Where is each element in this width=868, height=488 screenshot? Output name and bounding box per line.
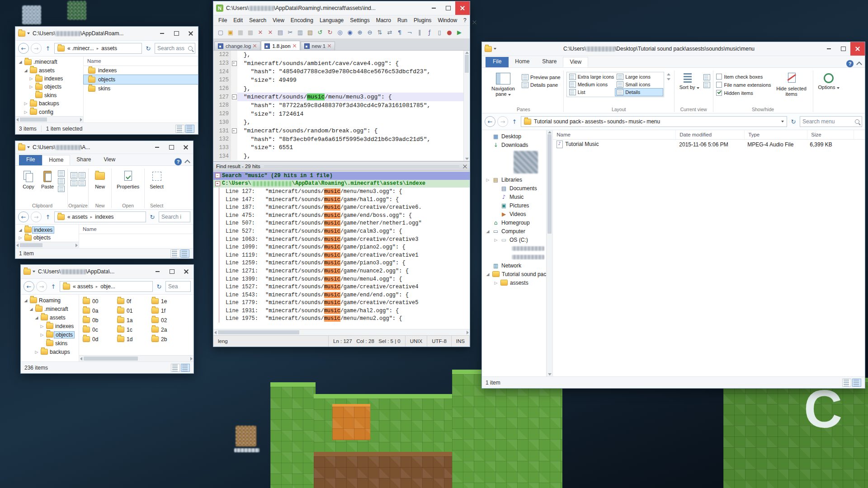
minimize-button[interactable] (155, 27, 169, 40)
folder-item[interactable]: 1f (151, 306, 186, 315)
expander-icon[interactable]: ▷ (40, 324, 44, 328)
ribbon-tab[interactable]: Home (42, 155, 70, 165)
menu-item[interactable]: ? (460, 16, 470, 24)
delete-icon[interactable] (71, 180, 77, 186)
new-file-icon[interactable]: ▢ (216, 28, 225, 37)
indent-guide-icon[interactable]: ∥ (415, 28, 424, 37)
sync-scroll-v-icon[interactable]: ⇅ (375, 28, 384, 37)
nav-vertical-scrollbar[interactable] (546, 130, 552, 376)
breadcrumb[interactable]: music (627, 118, 643, 125)
find-result-line[interactable]: Line 1259: "minecraft/sounds/music/game/… (219, 259, 470, 267)
function-list-icon[interactable]: ƒ (425, 28, 434, 37)
menu-item[interactable]: Settings (347, 16, 373, 24)
folder-item[interactable]: 1d (117, 334, 151, 344)
search-input[interactable]: Search i (159, 211, 190, 222)
editor-line[interactable]: 123 "minecraft/sounds/ambient/cave/cave4… (213, 59, 463, 68)
up-button[interactable]: ↑ (43, 44, 52, 53)
find-result-line[interactable]: Line 475: "minecraft/sounds/music/game/e… (219, 211, 470, 220)
save-all-icon[interactable]: ▩ (246, 28, 255, 37)
panel-grip[interactable] (264, 165, 459, 168)
horizontal-scrollbar[interactable] (79, 355, 193, 361)
close-button[interactable] (455, 1, 470, 15)
close-all-icon[interactable]: ✕ (266, 28, 275, 37)
editor-line[interactable]: 131 "minecraft/sounds/random/break.ogg":… (213, 127, 463, 135)
collapse-icon[interactable] (215, 181, 220, 186)
tree-item[interactable]: ◢ .minecraft (21, 305, 79, 313)
breadcrumb[interactable]: obje... (99, 283, 116, 290)
breadcrumb[interactable]: sounds (606, 118, 626, 125)
save-icon[interactable]: ▦ (236, 28, 245, 37)
checkbox-icon[interactable] (716, 90, 722, 96)
ribbon-tab[interactable]: View (563, 57, 588, 67)
copy-path-icon[interactable] (58, 178, 65, 184)
menu-item[interactable]: Window (434, 16, 460, 24)
desktop-icon[interactable] (234, 426, 258, 452)
column-header[interactable]: Size (807, 130, 854, 139)
find-result-line[interactable]: Line 1119: "minecraft/sounds/music/game/… (219, 251, 470, 259)
expander-icon[interactable]: ▷ (494, 281, 498, 285)
nav-item[interactable]: ▷ ▭ OS (C:) (482, 235, 546, 244)
vertical-scrollbar[interactable] (463, 51, 470, 161)
breadcrumb[interactable]: Tutorial sound pack (533, 118, 582, 125)
details-view-button[interactable] (170, 249, 179, 258)
tree-item[interactable]: ▷ objects (21, 330, 79, 339)
folder-item[interactable]: 0b (83, 315, 117, 325)
back-button[interactable]: ← (18, 211, 29, 222)
breadcrumb[interactable]: indexes (94, 214, 114, 220)
select-button[interactable]: Select (147, 169, 166, 191)
forward-button[interactable]: → (31, 211, 42, 222)
expander-icon[interactable]: ▷ (494, 238, 498, 242)
nav-item[interactable]: ▷ assests (482, 278, 546, 287)
editor-line[interactable]: 124 "hash": "48540d7788ce3d9e780cb448ce5… (213, 67, 463, 76)
editor-tab[interactable]: 1.8.json (261, 41, 300, 50)
back-button[interactable]: ← (24, 281, 34, 292)
titlebar[interactable]: N C:\Users\\AppData\Roaming\.minecraft\a… (213, 1, 470, 15)
find-result-line[interactable]: Line 1543: "minecraft/sounds/music/game/… (219, 291, 470, 299)
titlebar[interactable]: C:\Users\\Desktop\Tutorial sound pack\as… (482, 42, 865, 56)
ribbon-checkbox[interactable]: Item check boxes (716, 73, 771, 80)
back-button[interactable]: ← (485, 116, 495, 127)
doc-map-icon[interactable]: ▯ (435, 28, 444, 37)
tree-item[interactable]: ▷ indexes (21, 322, 79, 330)
fold-icon[interactable] (232, 94, 237, 99)
tree-item[interactable]: ◢ .minecraft (15, 58, 83, 66)
nav-item[interactable] (482, 253, 546, 261)
maximize-button[interactable] (836, 42, 850, 56)
expander-icon[interactable]: ▷ (29, 76, 33, 81)
refresh-button[interactable]: ↻ (155, 282, 164, 291)
layout-scroll-up-icon[interactable] (667, 73, 670, 75)
address-bar[interactable]: « assets ▸ indexes (54, 211, 146, 222)
layout-option[interactable]: Details (615, 89, 663, 96)
column-header[interactable]: Name (553, 130, 676, 139)
find-result-line[interactable]: Line 1527: "minecraft/sounds/music/game/… (219, 283, 470, 291)
editor-tab[interactable]: change.log (214, 42, 260, 50)
tree-item[interactable]: skins (15, 91, 83, 99)
tab-close-icon[interactable] (253, 44, 257, 48)
zoom-out-icon[interactable]: ⊖ (365, 28, 374, 37)
undo-icon[interactable]: ↺ (316, 28, 325, 37)
ribbon-tab[interactable]: View (97, 155, 122, 165)
find-result-line[interactable]: Line 1271: "minecraft/sounds/music/game/… (219, 267, 470, 275)
thumbnail-view-button[interactable] (181, 364, 190, 372)
address-dropdown-icon[interactable] (781, 121, 784, 122)
titlebar[interactable]: C:\Users\\AppData\Roam... (15, 27, 198, 41)
file-row[interactable]: skins (84, 84, 198, 93)
menu-item[interactable]: File (215, 16, 230, 24)
show-symbols-icon[interactable]: ¬ (405, 28, 414, 37)
ribbon-tab[interactable]: Home (509, 57, 536, 67)
search-input[interactable]: Search ass (155, 43, 195, 54)
open-folder-icon[interactable]: ▣ (226, 28, 235, 37)
maximize-button[interactable] (169, 27, 184, 40)
horizontal-scrollbar[interactable] (15, 242, 79, 248)
editor-line[interactable]: 128 "hash": "87722a59c8d488370f3d430cd4c… (213, 101, 463, 110)
ribbon-tab[interactable]: Share (70, 155, 97, 165)
nav-item[interactable] (482, 149, 546, 175)
folder-item[interactable]: 1c (117, 325, 151, 334)
menu-item[interactable]: Macro (373, 16, 394, 24)
editor-line[interactable]: 129 "size": 1724614 (213, 110, 463, 118)
expander-icon[interactable]: ◢ (24, 68, 28, 73)
thumbnail-view-button[interactable] (180, 249, 189, 258)
find-result-line[interactable]: Line 1063: "minecraft/sounds/music/game/… (219, 235, 470, 244)
find-result-line[interactable]: Line 1975: "minecraft/sounds/music/menu/… (219, 315, 470, 323)
cut-icon[interactable]: ✂ (286, 28, 295, 37)
